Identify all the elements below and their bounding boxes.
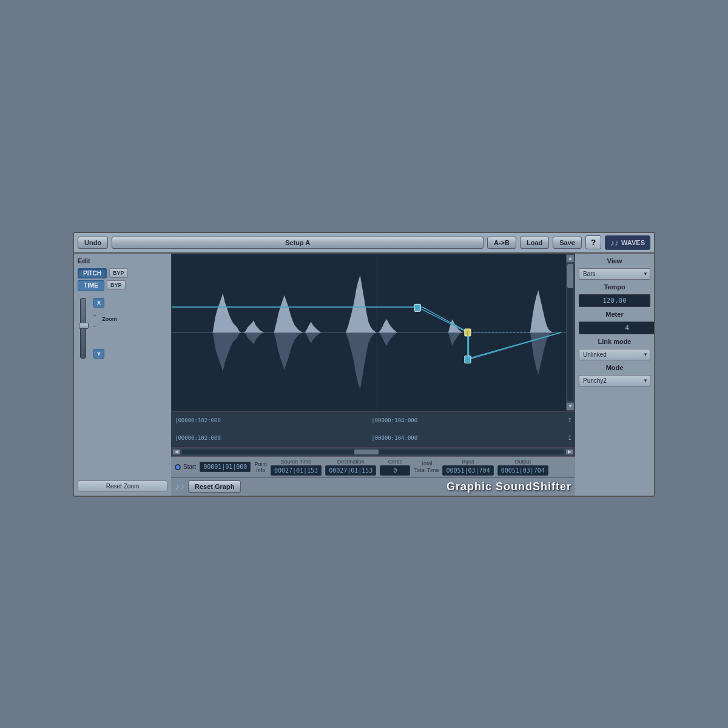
cents-value: 0 <box>380 465 410 476</box>
x-zoom-button[interactable]: X <box>93 298 104 308</box>
h-scroll-thumb[interactable] <box>354 450 379 454</box>
top-bar: Undo Setup A A->B Load Save ? ♪♪ WAVES <box>74 233 654 254</box>
zoom-minus-label: - <box>93 323 95 329</box>
setup-button[interactable]: Setup A <box>112 237 484 249</box>
total-time-cell: Total Total Time <box>414 460 439 474</box>
link-mode-label: Link mode <box>579 338 650 345</box>
tempo-label: Tempo <box>579 283 650 291</box>
v-scroll-up[interactable]: ▲ <box>566 254 575 263</box>
waveform-group-1 <box>213 293 264 371</box>
link-mode-container: Unlinked Linked ▼ <box>579 349 650 360</box>
output-cell: Output 00051|03|704 <box>497 459 548 476</box>
h-scroll-track[interactable] <box>182 450 564 454</box>
h-scroll-right[interactable]: ▶ <box>565 449 574 455</box>
left-controls: Edit PITCH BYP TIME BYP <box>74 254 171 496</box>
mode-label: Mode <box>579 364 650 371</box>
control-point-top[interactable] <box>414 304 420 311</box>
center-area: ▲ ▼ |00000:102:000 |00000:104:000 I |000… <box>171 254 575 496</box>
ruler-label-left-bot: |00000:102:000 <box>175 435 221 441</box>
waves-icon: ♪♪ <box>610 238 619 248</box>
ruler-right-marker-2: I <box>568 435 571 441</box>
pitch-byp-button[interactable]: BYP <box>109 268 128 278</box>
x-slider-thumb[interactable] <box>79 323 89 329</box>
start-indicator: Start <box>175 463 196 470</box>
ruler-label-right-top: |00000:104:000 <box>371 417 417 423</box>
app-name: Graphic SoundShifter <box>447 480 571 493</box>
time-byp-button[interactable]: BYP <box>107 280 126 290</box>
load-button[interactable]: Load <box>520 237 549 249</box>
waves-logo-small: ♪♪ <box>175 481 184 492</box>
point-info-label-top: Point <box>254 461 267 467</box>
svg-marker-6 <box>213 332 264 372</box>
cents-header: Cents <box>388 459 403 465</box>
source-time-header: Source Time <box>281 459 312 465</box>
start-time-value: 00001|01|000 <box>200 462 251 472</box>
destination-header: Destination <box>337 459 365 465</box>
v-scrollbar[interactable]: ▲ ▼ <box>566 254 575 411</box>
bottom-bar: ♪♪ Reset Graph Graphic SoundShifter <box>171 477 575 496</box>
waveform-group-5 <box>530 290 553 374</box>
waves-logo: ♪♪ WAVES <box>605 235 650 250</box>
x-slider-track[interactable] <box>80 298 86 359</box>
ab-button[interactable]: A->B <box>487 237 516 249</box>
destination-value: 00027|01|153 <box>325 465 376 476</box>
plugin-window: Undo Setup A A->B Load Save ? ♪♪ WAVES E… <box>73 232 655 497</box>
ruler-label-right-bot: |00000:104:000 <box>371 435 417 441</box>
meter-top-input[interactable] <box>579 322 655 334</box>
link-mode-dropdown[interactable]: Unlinked Linked <box>579 349 650 360</box>
info-bar: Start 00001|01|000 Point Info Source Tim… <box>171 456 575 477</box>
bars-dropdown-container: Bars Time Samples ▼ <box>579 268 650 280</box>
waveform-group-3 <box>346 275 397 389</box>
view-label: View <box>579 257 650 265</box>
timeline-ruler-2: |00000:102:000 |00000:104:000 I <box>171 430 575 448</box>
start-radio[interactable] <box>175 464 181 470</box>
timeline-ruler: |00000:102:000 |00000:104:000 I <box>171 411 575 430</box>
destination-cell: Destination 00027|01|153 <box>325 459 376 476</box>
output-value: 00051|03|704 <box>497 465 548 476</box>
pitch-button[interactable]: PITCH <box>78 268 107 278</box>
input-value: 00051|03|704 <box>442 465 493 476</box>
tempo-input[interactable] <box>579 294 650 307</box>
bars-dropdown[interactable]: Bars Time Samples <box>579 268 650 280</box>
waveform-container[interactable]: ▲ ▼ <box>171 254 575 411</box>
save-button[interactable]: Save <box>553 237 582 249</box>
reset-zoom-button[interactable]: Reset Zoom <box>78 480 167 492</box>
edit-label: Edit <box>78 257 167 265</box>
reset-graph-button[interactable]: Reset Graph <box>188 480 241 493</box>
ruler-label-left-top: |00000:102:000 <box>175 417 221 423</box>
input-cell: Input 00051|03|704 <box>442 459 493 476</box>
svg-marker-10 <box>346 332 397 389</box>
start-time-cell: 00001|01|000 <box>200 462 251 472</box>
h-scrollbar[interactable]: ◀ ▶ <box>171 448 575 456</box>
h-scroll-left[interactable]: ◀ <box>172 449 181 455</box>
v-scroll-thumb[interactable] <box>567 264 573 288</box>
y-zoom-button[interactable]: Y <box>93 349 104 359</box>
v-scroll-track[interactable] <box>567 264 573 401</box>
svg-marker-12 <box>448 332 463 346</box>
point-info-label-bot: Info <box>256 467 265 473</box>
right-panel: View Bars Time Samples ▼ Tempo Meter Lin… <box>575 254 654 496</box>
meter-row <box>579 322 650 334</box>
point-info: Point Info <box>254 461 267 473</box>
input-header: Input <box>462 459 474 465</box>
help-button[interactable]: ? <box>585 235 601 249</box>
mode-dropdown[interactable]: Punchy2 Smooth Fast <box>579 375 650 386</box>
main-area: Edit PITCH BYP TIME BYP <box>74 254 654 496</box>
svg-marker-14 <box>530 332 553 374</box>
sliders-area: X + Zoom - Y <box>78 298 167 476</box>
start-label: Start <box>183 463 196 470</box>
v-scroll-down[interactable]: ▼ <box>566 402 575 411</box>
cents-cell: Cents 0 <box>380 459 410 476</box>
source-time-value: 00027|01|153 <box>271 465 322 476</box>
zoom-label: Zoom <box>102 316 117 322</box>
svg-marker-7 <box>274 295 322 332</box>
time-edit-row: TIME BYP <box>78 280 167 291</box>
waveform-group-4 <box>448 319 463 346</box>
undo-button[interactable]: Undo <box>78 237 108 249</box>
svg-marker-13 <box>530 290 553 332</box>
svg-marker-5 <box>213 293 264 332</box>
ruler-right-marker: I <box>568 417 571 423</box>
time-button[interactable]: TIME <box>78 280 104 291</box>
waves-brand: WAVES <box>621 239 645 246</box>
total-time-header2: Total Time <box>414 467 439 473</box>
